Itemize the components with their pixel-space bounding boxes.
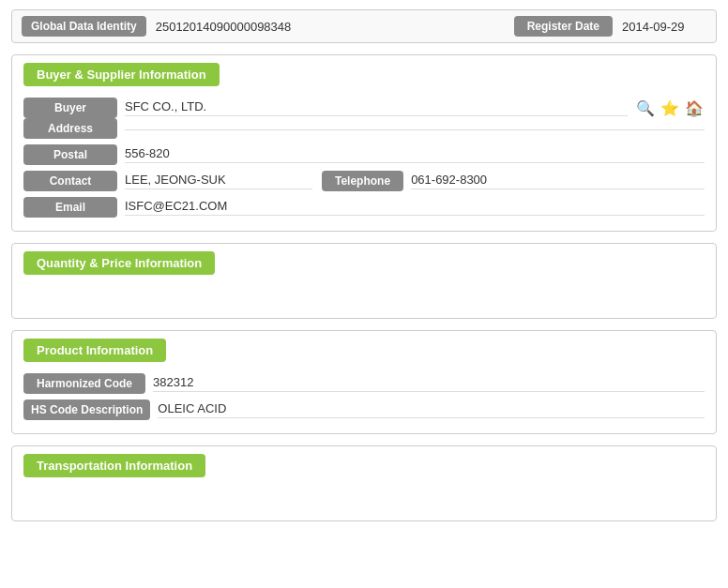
global-identity-bar: Global Data Identity 2501201409000009834… bbox=[11, 9, 717, 43]
buyer-label: Buyer bbox=[23, 98, 117, 118]
contact-value: LEE, JEONG-SUK bbox=[125, 173, 312, 189]
buyer-row: Buyer SFC CO., LTD. 🔍 ⭐ 🏠 bbox=[23, 98, 705, 118]
hs-desc-row: HS Code Description OLEIC ACID bbox=[23, 400, 705, 420]
buyer-supplier-section: Buyer & Supplier Information Buyer SFC C… bbox=[11, 54, 717, 232]
address-row: Address bbox=[23, 118, 705, 139]
register-date-label: Register Date bbox=[514, 16, 613, 37]
postal-row: Postal 556-820 bbox=[23, 144, 705, 165]
harmonized-code-label: Harmonized Code bbox=[23, 373, 145, 394]
product-info-header: Product Information bbox=[23, 339, 166, 362]
hs-desc-value: OLEIC ACID bbox=[158, 401, 705, 418]
quantity-price-header: Quantity & Price Information bbox=[23, 251, 215, 275]
postal-label: Postal bbox=[23, 144, 117, 165]
register-date-value: 2014-09-29 bbox=[622, 20, 706, 34]
harmonized-code-row: Harmonized Code 382312 bbox=[23, 373, 705, 394]
contact-label: Contact bbox=[23, 171, 117, 191]
product-info-section: Product Information Harmonized Code 3823… bbox=[11, 330, 717, 434]
telephone-label: Telephone bbox=[322, 171, 403, 191]
telephone-value: 061-692-8300 bbox=[411, 173, 705, 189]
buyer-supplier-header: Buyer & Supplier Information bbox=[23, 63, 220, 86]
buyer-value: SFC CO., LTD. bbox=[125, 99, 628, 116]
quantity-price-content bbox=[23, 286, 705, 305]
hs-desc-label: HS Code Description bbox=[23, 400, 150, 420]
transportation-content bbox=[23, 489, 705, 507]
buyer-main: Buyer SFC CO., LTD. bbox=[23, 98, 628, 118]
contact-row: Contact LEE, JEONG-SUK Telephone 061-692… bbox=[23, 171, 705, 191]
quantity-price-section: Quantity & Price Information bbox=[11, 243, 717, 319]
harmonized-code-value: 382312 bbox=[153, 375, 705, 392]
global-identity-label: Global Data Identity bbox=[22, 16, 146, 37]
icon-group: 🔍 ⭐ 🏠 bbox=[635, 98, 705, 118]
email-label: Email bbox=[23, 197, 117, 218]
email-row: Email ISFC@EC21.COM bbox=[23, 197, 705, 218]
search-icon[interactable]: 🔍 bbox=[635, 98, 656, 118]
transportation-section: Transportation Information bbox=[11, 445, 717, 521]
email-value: ISFC@EC21.COM bbox=[125, 199, 705, 216]
address-value bbox=[125, 128, 705, 130]
star-icon[interactable]: ⭐ bbox=[660, 98, 680, 118]
transportation-header: Transportation Information bbox=[23, 454, 205, 477]
global-identity-value: 25012014090000098348 bbox=[156, 20, 514, 34]
address-label: Address bbox=[23, 118, 117, 139]
page-wrapper: Global Data Identity 2501201409000009834… bbox=[0, 0, 728, 542]
postal-value: 556-820 bbox=[125, 146, 705, 163]
home-icon[interactable]: 🏠 bbox=[684, 98, 705, 118]
